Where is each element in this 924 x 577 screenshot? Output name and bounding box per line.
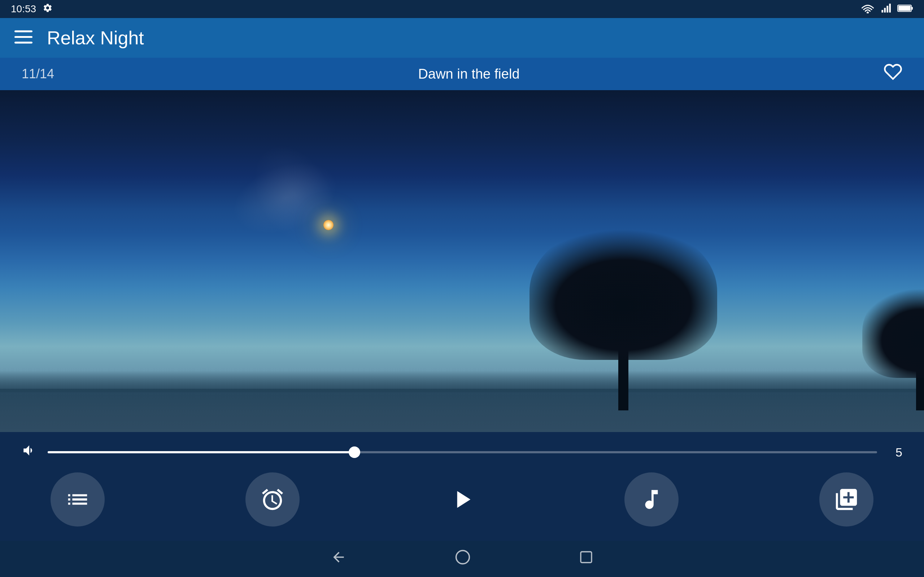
svg-rect-3 <box>887 6 888 13</box>
svg-rect-8 <box>15 30 32 32</box>
svg-rect-9 <box>15 36 32 38</box>
timer-button[interactable] <box>246 472 300 527</box>
svg-rect-6 <box>898 6 911 11</box>
volume-icon <box>22 443 37 462</box>
controls-area: 5 <box>0 432 924 541</box>
svg-rect-2 <box>884 8 886 13</box>
volume-slider[interactable] <box>48 451 877 453</box>
nav-bar <box>0 541 924 577</box>
recents-button[interactable] <box>579 550 593 568</box>
home-button[interactable] <box>455 549 471 569</box>
tree-silhouette <box>618 338 628 410</box>
svg-point-11 <box>456 551 470 564</box>
back-button[interactable] <box>331 549 347 569</box>
svg-rect-10 <box>15 42 32 44</box>
play-button[interactable] <box>440 478 484 521</box>
sounds-button[interactable] <box>624 472 678 527</box>
queue-button[interactable] <box>819 472 874 527</box>
volume-row: 5 <box>22 443 902 462</box>
playlist-button[interactable] <box>50 472 105 527</box>
svg-rect-7 <box>911 7 913 10</box>
album-art <box>0 90 924 432</box>
settings-icon <box>43 3 53 16</box>
volume-value: 5 <box>888 445 902 459</box>
battery-icon <box>897 3 913 15</box>
hamburger-icon[interactable] <box>15 27 32 49</box>
status-bar: 10:53 <box>0 0 924 18</box>
controls-row <box>22 472 902 527</box>
svg-point-0 <box>867 11 869 13</box>
tree-silhouette-right <box>916 356 924 410</box>
svg-rect-4 <box>889 3 891 12</box>
track-bar: 11/14 Dawn in the field <box>0 58 924 90</box>
favorite-button[interactable] <box>884 62 902 85</box>
app-bar: Relax Night <box>0 18 924 58</box>
signal-icon <box>881 3 891 15</box>
time-display: 10:53 <box>11 3 36 15</box>
track-number: 11/14 <box>22 66 54 82</box>
track-name: Dawn in the field <box>418 66 520 82</box>
wifi-icon <box>861 3 874 15</box>
app-title: Relax Night <box>47 27 144 49</box>
svg-rect-12 <box>581 552 591 562</box>
svg-rect-1 <box>881 10 883 13</box>
